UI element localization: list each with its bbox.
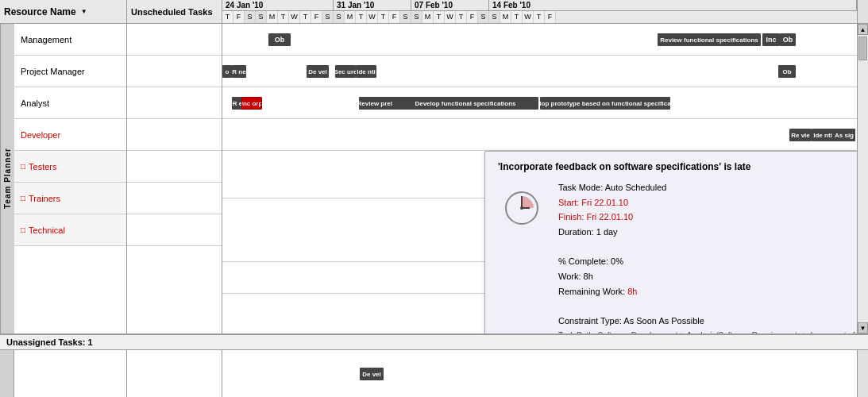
day-W1: W (289, 11, 300, 23)
day-T8: T (511, 11, 523, 23)
day-F3: F (389, 11, 400, 23)
developer-label: Developer (21, 130, 60, 140)
unassigned-resource-col (14, 350, 127, 397)
row-technical[interactable]: □ Technical (14, 214, 126, 246)
tooltip-popup: 'Incorporate feedback on software specif… (484, 151, 857, 333)
bar-analyst-inc[interactable]: Inc orp (241, 97, 262, 110)
bar-unassigned-devel[interactable]: De vel (360, 368, 384, 380)
day-T7: T (456, 11, 467, 23)
sort-arrow-icon[interactable]: ▼ (81, 8, 87, 15)
tooltip-details: Task Mode: Auto Scheduled Start: Fri 22.… (558, 180, 857, 333)
bar-pm-o[interactable]: o (222, 65, 232, 78)
technical-expand-icon[interactable]: □ (21, 225, 25, 234)
unscheduled-technical (127, 214, 222, 246)
day-W3: W (445, 11, 456, 23)
day-T5: T (378, 11, 389, 23)
day-M3: M (422, 11, 434, 23)
date-group-1: 24 Jan '10 (222, 0, 334, 10)
tooltip-remaining: Remaining Work: 8h (558, 284, 857, 299)
day-S5: S (400, 11, 411, 23)
bottom-bar: Unassigned Tasks: 1 (0, 333, 868, 349)
day-S7: S (478, 11, 489, 23)
tooltip-path: Task Path: Software Development > Analys… (558, 329, 857, 333)
bar-pm-ob[interactable]: Ob (778, 65, 796, 78)
tooltip-duration: Duration: 1 day (558, 225, 857, 240)
resource-name-label: Resource Name (4, 6, 76, 17)
unassigned-side (0, 350, 14, 397)
bar-management-review[interactable]: Review functional specifications (658, 33, 761, 46)
day-M4: M (500, 11, 511, 23)
unscheduled-column (127, 24, 222, 333)
trainers-expand-icon[interactable]: □ (21, 194, 25, 202)
date-group-3: 07 Feb '10 (411, 0, 489, 10)
unscheduled-trainers (127, 183, 222, 214)
unscheduled-management (127, 24, 222, 56)
gantt-row-management: Ob Review functional specifications Inc … (222, 24, 857, 56)
gantt-row-analyst: R e Inc orp Review prelimin Develop func… (222, 87, 857, 119)
day-T6: T (434, 11, 445, 23)
tooltip-work: Work: 8h (558, 269, 857, 284)
unassigned-tasks-label: Unassigned Tasks: 1 (6, 337, 93, 347)
day-M2: M (345, 11, 356, 23)
bar-management-ob2[interactable]: Ob (780, 33, 796, 46)
bar-dev-review[interactable]: Re vie (789, 129, 812, 141)
tooltip-complete: % Complete: 0% (558, 254, 857, 269)
bar-analyst-prototype[interactable]: Develop prototype based on functional sp… (540, 97, 670, 110)
unassigned-scrollbar (857, 350, 868, 397)
bar-pm-ide[interactable]: Ide nti (356, 65, 376, 78)
day-S6: S (411, 11, 422, 23)
day-T4: T (356, 11, 367, 23)
scroll-up-arrow[interactable]: ▲ (858, 24, 868, 35)
tooltip-body: Task Mode: Auto Scheduled Start: Fri 22.… (498, 180, 857, 333)
day-S1: S (245, 11, 256, 23)
tooltip-task-mode: Task Mode: Auto Scheduled (558, 180, 857, 195)
gantt-header: 24 Jan '10 31 Jan '10 07 Feb '10 14 Feb … (222, 0, 857, 23)
bar-pm-devel[interactable]: De vel (307, 65, 329, 78)
row-trainers[interactable]: □ Trainers (14, 183, 126, 214)
day-W4: W (523, 11, 534, 23)
testers-expand-icon[interactable]: □ (21, 162, 25, 171)
gantt-row-developer: Re vie Ide nti As sig (222, 119, 857, 151)
scroll-down-arrow[interactable]: ▼ (858, 322, 868, 333)
technical-label: Technical (29, 225, 65, 235)
scroll-track (858, 35, 868, 322)
bar-dev-assign[interactable]: As sig (833, 129, 855, 141)
row-developer[interactable]: Developer (14, 119, 126, 151)
vertical-scrollbar[interactable]: ▲ ▼ (857, 24, 868, 333)
day-W2: W (367, 11, 378, 23)
date-group-2: 31 Jan '10 (334, 0, 411, 10)
unscheduled-pm (127, 56, 222, 87)
app-container: Resource Name ▼ Unscheduled Tasks 24 Jan… (0, 0, 868, 397)
day-T1: T (222, 11, 233, 23)
header-row: Resource Name ▼ Unscheduled Tasks 24 Jan… (0, 0, 868, 24)
day-S8: S (489, 11, 500, 23)
unscheduled-label: Unscheduled Tasks (131, 7, 213, 17)
gantt-chart-area: Ob Review functional specifications Inc … (222, 24, 857, 333)
row-project-manager: Project Manager (14, 56, 126, 87)
day-T9: T (534, 11, 545, 23)
day-S2: S (256, 11, 267, 23)
bar-dev-ident[interactable]: Ide nti (812, 129, 834, 141)
row-testers[interactable]: □ Testers (14, 151, 126, 183)
bar-analyst-develop-func[interactable]: Develop functional specifications (392, 97, 538, 110)
resource-column: Management Project Manager Analyst Devel… (14, 24, 127, 333)
bar-management-inc[interactable]: Inc (762, 33, 780, 46)
main-content: Team Planner Management Project Manager … (0, 24, 868, 333)
side-label: Team Planner (0, 24, 14, 333)
date-groups: 24 Jan '10 31 Jan '10 07 Feb '10 14 Feb … (222, 0, 857, 11)
bar-management-ob1[interactable]: Ob (268, 33, 291, 46)
scroll-thumb[interactable] (858, 37, 867, 60)
day-F2: F (311, 11, 322, 23)
resource-name-header[interactable]: Resource Name ▼ (0, 0, 127, 23)
clock-svg (502, 188, 542, 228)
day-F5: F (545, 11, 556, 23)
unscheduled-analyst (127, 87, 222, 119)
rows-container: Management Project Manager Analyst Devel… (14, 24, 868, 333)
analyst-label: Analyst (21, 98, 49, 108)
row-analyst: Analyst (14, 87, 126, 119)
scrollbar-top (857, 0, 868, 23)
trainers-label: Trainers (29, 194, 60, 203)
bar-pm-sec[interactable]: Sec ure (335, 65, 356, 78)
unassigned-unscheduled-col (127, 350, 222, 397)
bar-pm-r[interactable]: R ne (232, 65, 246, 78)
